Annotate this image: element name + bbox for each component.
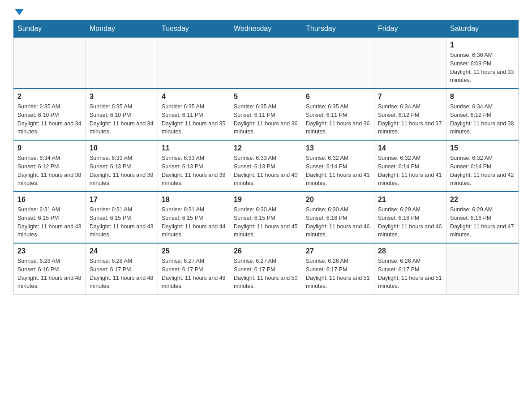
week-row-4: 16Sunrise: 6:31 AM Sunset: 6:15 PM Dayli… — [14, 192, 519, 243]
day-info: Sunrise: 6:26 AM Sunset: 6:17 PM Dayligh… — [306, 257, 370, 291]
day-number: 11 — [162, 144, 226, 152]
day-info: Sunrise: 6:27 AM Sunset: 6:17 PM Dayligh… — [234, 257, 298, 291]
calendar-cell: 10Sunrise: 6:33 AM Sunset: 6:13 PM Dayli… — [86, 140, 158, 192]
day-number: 6 — [306, 93, 370, 101]
calendar-cell: 8Sunrise: 6:34 AM Sunset: 6:12 PM Daylig… — [446, 89, 519, 140]
day-info: Sunrise: 6:35 AM Sunset: 6:11 PM Dayligh… — [162, 103, 226, 136]
day-header-thursday: Thursday — [302, 20, 374, 38]
day-info: Sunrise: 6:32 AM Sunset: 6:14 PM Dayligh… — [450, 154, 515, 188]
day-number: 28 — [378, 247, 442, 255]
day-info: Sunrise: 6:28 AM Sunset: 6:16 PM Dayligh… — [17, 257, 82, 291]
day-number: 26 — [234, 247, 298, 255]
day-info: Sunrise: 6:31 AM Sunset: 6:15 PM Dayligh… — [90, 206, 154, 239]
day-info: Sunrise: 6:30 AM Sunset: 6:16 PM Dayligh… — [306, 206, 370, 239]
calendar-cell: 17Sunrise: 6:31 AM Sunset: 6:15 PM Dayli… — [86, 192, 158, 243]
calendar-cell: 18Sunrise: 6:31 AM Sunset: 6:15 PM Dayli… — [158, 192, 230, 243]
calendar-cell: 26Sunrise: 6:27 AM Sunset: 6:17 PM Dayli… — [230, 243, 302, 295]
day-info: Sunrise: 6:32 AM Sunset: 6:14 PM Dayligh… — [306, 154, 370, 188]
calendar-cell — [230, 38, 302, 89]
week-row-5: 23Sunrise: 6:28 AM Sunset: 6:16 PM Dayli… — [14, 243, 519, 295]
day-info: Sunrise: 6:29 AM Sunset: 6:16 PM Dayligh… — [450, 206, 515, 239]
calendar-cell: 11Sunrise: 6:33 AM Sunset: 6:13 PM Dayli… — [158, 140, 230, 192]
day-number: 20 — [306, 196, 370, 204]
day-info: Sunrise: 6:34 AM Sunset: 6:12 PM Dayligh… — [450, 103, 515, 136]
day-info: Sunrise: 6:36 AM Sunset: 6:09 PM Dayligh… — [450, 51, 515, 85]
day-number: 2 — [17, 93, 82, 101]
day-info: Sunrise: 6:31 AM Sunset: 6:15 PM Dayligh… — [17, 206, 82, 239]
calendar-cell: 13Sunrise: 6:32 AM Sunset: 6:14 PM Dayli… — [302, 140, 374, 192]
calendar-table: SundayMondayTuesdayWednesdayThursdayFrid… — [13, 20, 519, 295]
day-info: Sunrise: 6:35 AM Sunset: 6:10 PM Dayligh… — [90, 103, 154, 136]
day-number: 8 — [450, 93, 515, 101]
day-number: 23 — [17, 247, 82, 255]
day-info: Sunrise: 6:34 AM Sunset: 6:12 PM Dayligh… — [378, 103, 442, 136]
calendar-body: 1Sunrise: 6:36 AM Sunset: 6:09 PM Daylig… — [14, 38, 519, 295]
day-header-monday: Monday — [86, 20, 158, 38]
calendar-cell: 3Sunrise: 6:35 AM Sunset: 6:10 PM Daylig… — [86, 89, 158, 140]
day-header-wednesday: Wednesday — [230, 20, 302, 38]
day-info: Sunrise: 6:32 AM Sunset: 6:14 PM Dayligh… — [378, 154, 442, 188]
day-info: Sunrise: 6:28 AM Sunset: 6:17 PM Dayligh… — [90, 257, 154, 291]
week-row-1: 1Sunrise: 6:36 AM Sunset: 6:09 PM Daylig… — [14, 38, 519, 89]
day-number: 18 — [162, 196, 226, 204]
logo-arrow-icon — [15, 9, 24, 15]
calendar-cell: 14Sunrise: 6:32 AM Sunset: 6:14 PM Dayli… — [374, 140, 446, 192]
day-header-friday: Friday — [374, 20, 446, 38]
day-info: Sunrise: 6:30 AM Sunset: 6:15 PM Dayligh… — [234, 206, 298, 239]
week-row-2: 2Sunrise: 6:35 AM Sunset: 6:10 PM Daylig… — [14, 89, 519, 140]
calendar-cell — [374, 38, 446, 89]
day-number: 10 — [90, 144, 154, 152]
day-info: Sunrise: 6:31 AM Sunset: 6:15 PM Dayligh… — [162, 206, 226, 239]
calendar-cell: 23Sunrise: 6:28 AM Sunset: 6:16 PM Dayli… — [14, 243, 86, 295]
day-header-sunday: Sunday — [14, 20, 86, 38]
calendar-cell: 5Sunrise: 6:35 AM Sunset: 6:11 PM Daylig… — [230, 89, 302, 140]
calendar-cell: 4Sunrise: 6:35 AM Sunset: 6:11 PM Daylig… — [158, 89, 230, 140]
calendar-cell: 9Sunrise: 6:34 AM Sunset: 6:12 PM Daylig… — [14, 140, 86, 192]
calendar-cell: 28Sunrise: 6:26 AM Sunset: 6:17 PM Dayli… — [374, 243, 446, 295]
day-info: Sunrise: 6:29 AM Sunset: 6:16 PM Dayligh… — [378, 206, 442, 239]
calendar-cell: 21Sunrise: 6:29 AM Sunset: 6:16 PM Dayli… — [374, 192, 446, 243]
day-number: 24 — [90, 247, 154, 255]
day-info: Sunrise: 6:35 AM Sunset: 6:11 PM Dayligh… — [306, 103, 370, 136]
day-header-saturday: Saturday — [446, 20, 519, 38]
day-header-tuesday: Tuesday — [158, 20, 230, 38]
day-number: 12 — [234, 144, 298, 152]
calendar-header: SundayMondayTuesdayWednesdayThursdayFrid… — [14, 20, 519, 38]
day-info: Sunrise: 6:33 AM Sunset: 6:13 PM Dayligh… — [234, 154, 298, 188]
day-number: 4 — [162, 93, 226, 101]
calendar-cell: 2Sunrise: 6:35 AM Sunset: 6:10 PM Daylig… — [14, 89, 86, 140]
day-number: 3 — [90, 93, 154, 101]
calendar-cell: 16Sunrise: 6:31 AM Sunset: 6:15 PM Dayli… — [14, 192, 86, 243]
day-number: 16 — [17, 196, 82, 204]
calendar-cell: 7Sunrise: 6:34 AM Sunset: 6:12 PM Daylig… — [374, 89, 446, 140]
day-info: Sunrise: 6:26 AM Sunset: 6:17 PM Dayligh… — [378, 257, 442, 291]
calendar-cell: 22Sunrise: 6:29 AM Sunset: 6:16 PM Dayli… — [446, 192, 519, 243]
day-number: 21 — [378, 196, 442, 204]
day-number: 27 — [306, 247, 370, 255]
calendar-cell: 19Sunrise: 6:30 AM Sunset: 6:15 PM Dayli… — [230, 192, 302, 243]
calendar-cell — [158, 38, 230, 89]
day-number: 15 — [450, 144, 515, 152]
day-info: Sunrise: 6:33 AM Sunset: 6:13 PM Dayligh… — [90, 154, 154, 188]
day-info: Sunrise: 6:27 AM Sunset: 6:17 PM Dayligh… — [162, 257, 226, 291]
day-number: 14 — [378, 144, 442, 152]
calendar-cell: 6Sunrise: 6:35 AM Sunset: 6:11 PM Daylig… — [302, 89, 374, 140]
calendar-cell: 12Sunrise: 6:33 AM Sunset: 6:13 PM Dayli… — [230, 140, 302, 192]
calendar-cell: 27Sunrise: 6:26 AM Sunset: 6:17 PM Dayli… — [302, 243, 374, 295]
day-number: 1 — [450, 41, 515, 49]
day-info: Sunrise: 6:35 AM Sunset: 6:10 PM Dayligh… — [17, 103, 82, 136]
day-info: Sunrise: 6:34 AM Sunset: 6:12 PM Dayligh… — [17, 154, 82, 188]
logo — [13, 9, 24, 13]
day-number: 7 — [378, 93, 442, 101]
calendar-cell: 24Sunrise: 6:28 AM Sunset: 6:17 PM Dayli… — [86, 243, 158, 295]
day-number: 22 — [450, 196, 515, 204]
day-number: 5 — [234, 93, 298, 101]
days-of-week-row: SundayMondayTuesdayWednesdayThursdayFrid… — [14, 20, 519, 38]
calendar-cell — [86, 38, 158, 89]
calendar-cell — [302, 38, 374, 89]
day-info: Sunrise: 6:35 AM Sunset: 6:11 PM Dayligh… — [234, 103, 298, 136]
calendar-cell: 15Sunrise: 6:32 AM Sunset: 6:14 PM Dayli… — [446, 140, 519, 192]
page-header — [13, 9, 519, 13]
calendar-cell: 25Sunrise: 6:27 AM Sunset: 6:17 PM Dayli… — [158, 243, 230, 295]
day-number: 25 — [162, 247, 226, 255]
